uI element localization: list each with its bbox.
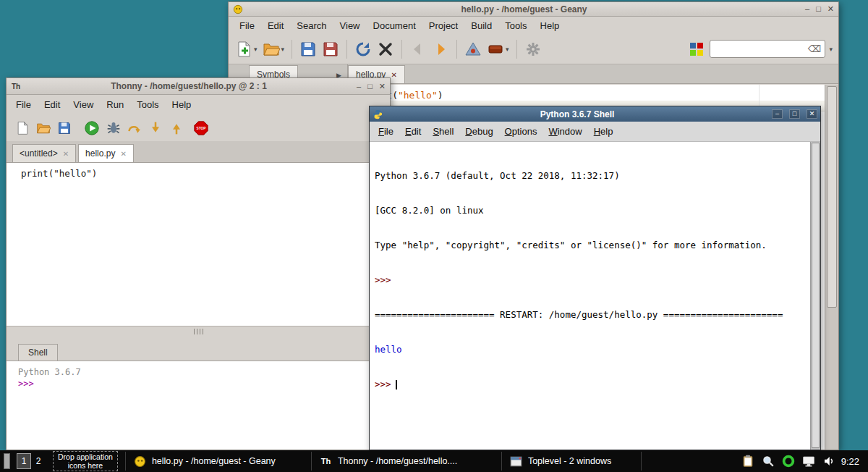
revert-button[interactable] <box>354 40 373 59</box>
new-file-dropdown-icon[interactable]: ▾ <box>254 46 258 53</box>
idle-titlebar[interactable]: Python 3.6.7 Shell – □ ✕ <box>370 106 820 122</box>
system-tray <box>741 455 835 468</box>
preferences-button[interactable] <box>524 40 542 59</box>
build-dropdown-icon[interactable]: ▾ <box>506 46 509 53</box>
clipboard-tray-icon[interactable] <box>741 455 754 468</box>
close-file-button[interactable] <box>376 40 395 59</box>
thonny-menu-run[interactable]: Run <box>100 96 130 113</box>
stop-label: STOP <box>197 127 206 130</box>
save-icon[interactable] <box>57 121 72 135</box>
idle-menu-edit[interactable]: Edit <box>399 122 427 140</box>
open-file-button[interactable]: ▾ <box>262 40 286 59</box>
stop-button-icon[interactable]: STOP <box>193 120 209 136</box>
geany-titlebar[interactable]: hello.py - /home/guest - Geany – □ ✕ <box>229 2 838 17</box>
tab-close-icon[interactable]: ✕ <box>63 150 69 158</box>
run-button-icon[interactable] <box>84 120 100 136</box>
navigate-back-button[interactable] <box>409 40 427 59</box>
geany-menu-search[interactable]: Search <box>290 17 333 34</box>
thonny-titlebar[interactable]: Th Thonny - /home/guest/hello.py @ 2 : 1… <box>7 78 390 95</box>
debug-bug-icon[interactable] <box>106 121 121 135</box>
step-into-icon[interactable] <box>148 121 163 135</box>
taskbar-item-label: Thonny - /home/guest/hello.... <box>338 456 457 466</box>
thonny-tab-strip: <untitled> ✕ hello.py ✕ <box>7 141 390 163</box>
idle-maximize-button[interactable]: □ <box>789 109 800 119</box>
geany-menu-document[interactable]: Document <box>367 17 422 34</box>
workspace-1-button[interactable]: 1 <box>17 453 31 469</box>
taskbar-item-toplevel[interactable]: Toplevel - 2 windows <box>502 450 641 472</box>
navigate-forward-button[interactable] <box>431 40 450 59</box>
magnifier-tray-icon[interactable] <box>762 455 775 468</box>
tab-close-icon[interactable]: ✕ <box>120 150 126 158</box>
idle-menu-shell[interactable]: Shell <box>427 122 459 140</box>
geany-tab-close-icon[interactable]: ✕ <box>391 71 396 79</box>
code-token-string: "hello" <box>54 168 92 179</box>
geany-menu-file[interactable]: File <box>233 17 261 34</box>
idle-menu-file[interactable]: File <box>373 122 399 140</box>
new-file-button[interactable]: ▾ <box>234 40 258 59</box>
taskbar-item-thonny[interactable]: Th Thonny - /home/guest/hello.... <box>312 450 501 472</box>
thonny-editor[interactable]: print("hello") <box>7 163 390 326</box>
geany-vertical-scrollbar[interactable] <box>825 85 838 450</box>
clock[interactable]: 9:22 <box>841 456 859 467</box>
shell-restart-line: ====================== RESTART: /home/gu… <box>375 309 810 321</box>
geany-minimize-button[interactable]: – <box>805 5 809 13</box>
geany-menu-view[interactable]: View <box>333 17 367 34</box>
workspace-2-button[interactable]: 2 <box>31 453 46 469</box>
updates-tray-icon[interactable] <box>782 455 795 468</box>
color-chooser-button[interactable] <box>687 40 706 59</box>
thonny-shell-tab[interactable]: Shell <box>18 344 58 361</box>
thonny-maximize-button[interactable]: □ <box>367 83 373 90</box>
thonny-tab-hello-py[interactable]: hello.py ✕ <box>78 144 134 162</box>
geany-menu-build[interactable]: Build <box>464 17 498 34</box>
geany-close-button[interactable]: ✕ <box>827 5 834 13</box>
display-tray-icon[interactable] <box>802 455 815 468</box>
thonny-tab-untitled[interactable]: <untitled> ✕ <box>12 144 76 162</box>
compile-button[interactable] <box>464 40 482 59</box>
open-file-dropdown-icon[interactable]: ▾ <box>281 46 285 53</box>
search-input[interactable] <box>714 44 808 54</box>
thonny-shell-prompt: >>> <box>18 379 34 389</box>
open-folder-icon[interactable] <box>36 121 51 135</box>
geany-maximize-button[interactable]: □ <box>816 5 821 13</box>
thonny-minimize-button[interactable]: – <box>357 83 361 90</box>
build-button[interactable]: ▾ <box>486 40 510 59</box>
pane-splitter-handle[interactable] <box>7 327 390 335</box>
save-button[interactable] <box>299 40 318 59</box>
idle-menu-debug[interactable]: Debug <box>459 122 498 140</box>
launcher-drop-zone[interactable]: Drop application icons here <box>53 451 118 471</box>
idle-shell-text-area[interactable]: Python 3.6.7 (default, Oct 22 2018, 11:3… <box>370 142 810 450</box>
toolbar-overflow-icon[interactable]: ▾ <box>829 46 833 53</box>
taskbar-item-geany[interactable]: hello.py - /home/guest - Geany <box>126 450 311 472</box>
clear-search-icon[interactable]: ⌫ <box>808 43 821 54</box>
code-token: print <box>21 168 48 179</box>
taskbar-handle[interactable] <box>4 453 10 469</box>
taskbar-item-label: hello.py - /home/guest - Geany <box>152 456 276 466</box>
idle-minimize-button[interactable]: – <box>772 109 783 119</box>
geany-menu-help[interactable]: Help <box>534 17 566 34</box>
splitter-grip <box>200 329 200 334</box>
idle-menu-window[interactable]: Window <box>542 122 587 140</box>
geany-menu-tools[interactable]: Tools <box>498 17 533 34</box>
geany-menu-project[interactable]: Project <box>422 17 464 34</box>
step-out-icon[interactable] <box>169 121 184 135</box>
idle-scrollbar-thumb[interactable] <box>812 143 820 448</box>
step-over-icon[interactable] <box>127 121 142 135</box>
volume-tray-icon[interactable] <box>822 455 835 468</box>
thonny-shell-pane[interactable]: Python 3.6.7 >>> <box>7 361 390 450</box>
thonny-menu-help[interactable]: Help <box>166 96 198 113</box>
save-all-button[interactable] <box>321 40 340 59</box>
thonny-menu-tools[interactable]: Tools <box>130 96 165 113</box>
idle-close-button[interactable]: ✕ <box>807 109 817 119</box>
idle-vertical-scrollbar[interactable] <box>810 142 820 450</box>
geany-menu-edit[interactable]: Edit <box>261 17 290 34</box>
geany-scrollbar-thumb[interactable] <box>827 86 837 308</box>
new-file-icon[interactable] <box>15 121 30 135</box>
thonny-menu-view[interactable]: View <box>67 96 100 113</box>
thonny-menu-edit[interactable]: Edit <box>38 96 67 113</box>
thonny-menu-file[interactable]: File <box>9 96 38 113</box>
idle-menu-help[interactable]: Help <box>588 122 619 140</box>
navigate-back-icon <box>409 41 427 58</box>
idle-menu-options[interactable]: Options <box>499 122 543 140</box>
thonny-close-button[interactable]: ✕ <box>379 83 386 90</box>
shell-prompt: >>> <box>375 379 391 389</box>
